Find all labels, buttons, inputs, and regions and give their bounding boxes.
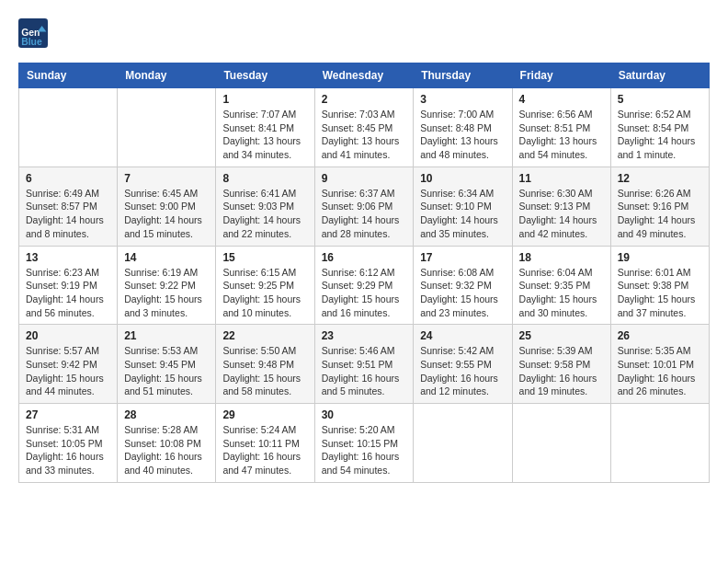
- calendar-cell: 19Sunrise: 6:01 AM Sunset: 9:38 PM Dayli…: [610, 246, 709, 325]
- calendar-cell: [512, 404, 610, 483]
- day-number: 29: [222, 408, 307, 421]
- calendar-cell: 3Sunrise: 7:00 AM Sunset: 8:48 PM Daylig…: [414, 88, 512, 167]
- day-number: 24: [420, 329, 505, 342]
- day-info: Sunrise: 5:31 AM Sunset: 10:05 PM Daylig…: [26, 423, 110, 477]
- day-info: Sunrise: 6:08 AM Sunset: 9:32 PM Dayligh…: [420, 266, 505, 320]
- calendar-cell: 14Sunrise: 6:19 AM Sunset: 9:22 PM Dayli…: [118, 246, 216, 325]
- day-info: Sunrise: 6:37 AM Sunset: 9:06 PM Dayligh…: [322, 187, 407, 241]
- day-number: 26: [618, 329, 702, 342]
- day-number: 30: [322, 408, 407, 421]
- day-info: Sunrise: 6:04 AM Sunset: 9:35 PM Dayligh…: [519, 266, 604, 320]
- day-number: 9: [322, 172, 407, 185]
- column-header-tuesday: Tuesday: [216, 63, 314, 88]
- calendar-cell: 15Sunrise: 6:15 AM Sunset: 9:25 PM Dayli…: [216, 246, 314, 325]
- day-info: Sunrise: 6:19 AM Sunset: 9:22 PM Dayligh…: [124, 266, 209, 320]
- calendar-cell: 12Sunrise: 6:26 AM Sunset: 9:16 PM Dayli…: [610, 167, 709, 246]
- calendar-cell: 1Sunrise: 7:07 AM Sunset: 8:41 PM Daylig…: [216, 88, 314, 167]
- day-info: Sunrise: 6:26 AM Sunset: 9:16 PM Dayligh…: [618, 187, 702, 241]
- calendar-cell: 10Sunrise: 6:34 AM Sunset: 9:10 PM Dayli…: [414, 167, 512, 246]
- day-number: 3: [420, 93, 505, 106]
- calendar-cell: 27Sunrise: 5:31 AM Sunset: 10:05 PM Dayl…: [19, 404, 118, 483]
- calendar-week-row: 6Sunrise: 6:49 AM Sunset: 8:57 PM Daylig…: [19, 167, 710, 246]
- day-info: Sunrise: 6:56 AM Sunset: 8:51 PM Dayligh…: [519, 108, 604, 162]
- day-info: Sunrise: 6:12 AM Sunset: 9:29 PM Dayligh…: [322, 266, 407, 320]
- calendar-cell: 6Sunrise: 6:49 AM Sunset: 8:57 PM Daylig…: [19, 167, 118, 246]
- day-number: 12: [618, 172, 702, 185]
- day-number: 6: [26, 172, 110, 185]
- column-header-monday: Monday: [118, 63, 216, 88]
- day-number: 11: [519, 172, 604, 185]
- day-number: 17: [420, 251, 505, 264]
- column-header-saturday: Saturday: [610, 63, 709, 88]
- calendar-cell: 18Sunrise: 6:04 AM Sunset: 9:35 PM Dayli…: [512, 246, 610, 325]
- calendar-week-row: 1Sunrise: 7:07 AM Sunset: 8:41 PM Daylig…: [19, 88, 710, 167]
- calendar-body: 1Sunrise: 7:07 AM Sunset: 8:41 PM Daylig…: [19, 88, 710, 483]
- calendar-cell: 25Sunrise: 5:39 AM Sunset: 9:58 PM Dayli…: [512, 325, 610, 404]
- day-info: Sunrise: 6:45 AM Sunset: 9:00 PM Dayligh…: [124, 187, 209, 241]
- day-info: Sunrise: 6:01 AM Sunset: 9:38 PM Dayligh…: [618, 266, 702, 320]
- day-info: Sunrise: 5:46 AM Sunset: 9:51 PM Dayligh…: [322, 344, 407, 398]
- day-number: 21: [124, 329, 209, 342]
- calendar-cell: [610, 404, 709, 483]
- day-info: Sunrise: 6:23 AM Sunset: 9:19 PM Dayligh…: [26, 266, 110, 320]
- day-number: 27: [26, 408, 110, 421]
- day-number: 7: [124, 172, 209, 185]
- day-info: Sunrise: 6:41 AM Sunset: 9:03 PM Dayligh…: [222, 187, 307, 241]
- day-info: Sunrise: 6:30 AM Sunset: 9:13 PM Dayligh…: [519, 187, 604, 241]
- calendar-cell: [118, 88, 216, 167]
- day-number: 18: [519, 251, 604, 264]
- calendar-cell: 22Sunrise: 5:50 AM Sunset: 9:48 PM Dayli…: [216, 325, 314, 404]
- day-number: 8: [222, 172, 307, 185]
- day-number: 28: [124, 408, 209, 421]
- calendar-header-row: SundayMondayTuesdayWednesdayThursdayFrid…: [19, 63, 710, 88]
- svg-text:Blue: Blue: [21, 37, 42, 47]
- calendar-cell: 7Sunrise: 6:45 AM Sunset: 9:00 PM Daylig…: [118, 167, 216, 246]
- calendar-cell: 24Sunrise: 5:42 AM Sunset: 9:55 PM Dayli…: [414, 325, 512, 404]
- calendar-week-row: 20Sunrise: 5:57 AM Sunset: 9:42 PM Dayli…: [19, 325, 710, 404]
- day-info: Sunrise: 6:52 AM Sunset: 8:54 PM Dayligh…: [618, 108, 702, 162]
- day-number: 13: [26, 251, 110, 264]
- calendar-cell: 29Sunrise: 5:24 AM Sunset: 10:11 PM Dayl…: [216, 404, 314, 483]
- calendar-cell: [19, 88, 118, 167]
- day-info: Sunrise: 5:28 AM Sunset: 10:08 PM Daylig…: [124, 423, 209, 477]
- day-info: Sunrise: 5:39 AM Sunset: 9:58 PM Dayligh…: [519, 344, 604, 398]
- column-header-sunday: Sunday: [19, 63, 118, 88]
- calendar-week-row: 27Sunrise: 5:31 AM Sunset: 10:05 PM Dayl…: [19, 404, 710, 483]
- day-info: Sunrise: 5:50 AM Sunset: 9:48 PM Dayligh…: [222, 344, 307, 398]
- day-info: Sunrise: 6:15 AM Sunset: 9:25 PM Dayligh…: [222, 266, 307, 320]
- day-info: Sunrise: 5:35 AM Sunset: 10:01 PM Daylig…: [618, 344, 702, 398]
- calendar-cell: 4Sunrise: 6:56 AM Sunset: 8:51 PM Daylig…: [512, 88, 610, 167]
- day-number: 20: [26, 329, 110, 342]
- calendar-cell: 13Sunrise: 6:23 AM Sunset: 9:19 PM Dayli…: [19, 246, 118, 325]
- day-number: 10: [420, 172, 505, 185]
- day-number: 2: [322, 93, 407, 106]
- day-info: Sunrise: 7:00 AM Sunset: 8:48 PM Dayligh…: [420, 108, 505, 162]
- logo: Gen Blue: [18, 18, 53, 48]
- day-info: Sunrise: 5:20 AM Sunset: 10:15 PM Daylig…: [322, 423, 407, 477]
- calendar-cell: 2Sunrise: 7:03 AM Sunset: 8:45 PM Daylig…: [314, 88, 414, 167]
- calendar-cell: 26Sunrise: 5:35 AM Sunset: 10:01 PM Dayl…: [610, 325, 709, 404]
- column-header-wednesday: Wednesday: [314, 63, 414, 88]
- calendar-cell: 5Sunrise: 6:52 AM Sunset: 8:54 PM Daylig…: [610, 88, 709, 167]
- column-header-friday: Friday: [512, 63, 610, 88]
- calendar-cell: [414, 404, 512, 483]
- calendar-cell: 21Sunrise: 5:53 AM Sunset: 9:45 PM Dayli…: [118, 325, 216, 404]
- day-number: 22: [222, 329, 307, 342]
- day-number: 23: [322, 329, 407, 342]
- day-number: 19: [618, 251, 702, 264]
- calendar-table: SundayMondayTuesdayWednesdayThursdayFrid…: [18, 63, 710, 483]
- day-number: 5: [618, 93, 702, 106]
- calendar-cell: 8Sunrise: 6:41 AM Sunset: 9:03 PM Daylig…: [216, 167, 314, 246]
- day-info: Sunrise: 5:53 AM Sunset: 9:45 PM Dayligh…: [124, 344, 209, 398]
- calendar-cell: 28Sunrise: 5:28 AM Sunset: 10:08 PM Dayl…: [118, 404, 216, 483]
- calendar-week-row: 13Sunrise: 6:23 AM Sunset: 9:19 PM Dayli…: [19, 246, 710, 325]
- day-info: Sunrise: 6:34 AM Sunset: 9:10 PM Dayligh…: [420, 187, 505, 241]
- day-number: 14: [124, 251, 209, 264]
- calendar-cell: 11Sunrise: 6:30 AM Sunset: 9:13 PM Dayli…: [512, 167, 610, 246]
- day-info: Sunrise: 5:24 AM Sunset: 10:11 PM Daylig…: [222, 423, 307, 477]
- day-info: Sunrise: 6:49 AM Sunset: 8:57 PM Dayligh…: [26, 187, 110, 241]
- calendar-cell: 23Sunrise: 5:46 AM Sunset: 9:51 PM Dayli…: [314, 325, 414, 404]
- calendar-cell: 9Sunrise: 6:37 AM Sunset: 9:06 PM Daylig…: [314, 167, 414, 246]
- day-number: 25: [519, 329, 604, 342]
- day-info: Sunrise: 7:07 AM Sunset: 8:41 PM Dayligh…: [222, 108, 307, 162]
